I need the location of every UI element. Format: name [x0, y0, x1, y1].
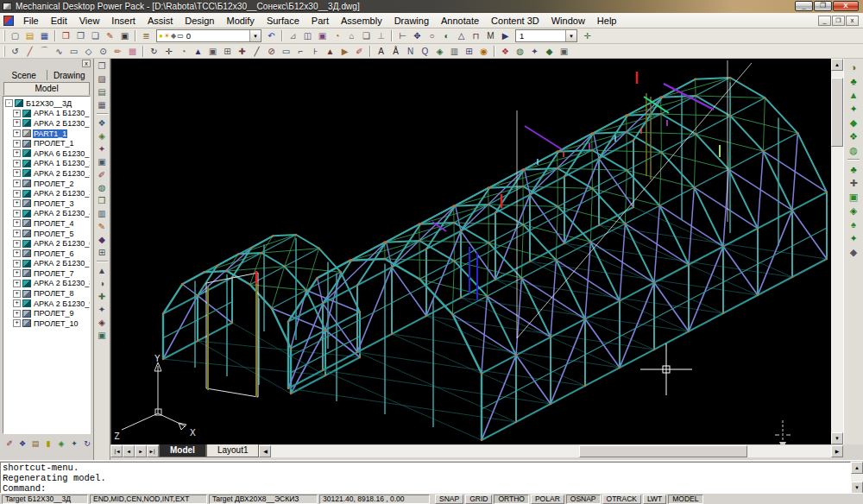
- toolbar-button-paste[interactable]: ❏: [88, 29, 103, 42]
- toolbar-button-trim[interactable]: ⊘: [264, 45, 279, 58]
- toolbar-button-move[interactable]: ✛: [161, 45, 176, 58]
- scroll-down-icon[interactable]: ▼: [831, 432, 843, 444]
- toolbar-button-tool[interactable]: Å: [388, 45, 403, 58]
- tree-item-label[interactable]: АРКА 2 Б1230_3: [33, 189, 91, 198]
- toolbar-button-tool[interactable]: ✏: [110, 45, 125, 58]
- side-tool-tool[interactable]: ✐: [95, 168, 110, 181]
- doc-close-button[interactable]: x: [846, 16, 859, 26]
- menu-view[interactable]: View: [73, 14, 106, 28]
- toolbar-button-plot[interactable]: ▣: [117, 29, 132, 42]
- tree-item[interactable]: +АРКА 2 Б1230_4: [13, 209, 90, 219]
- toolbar-button-tool[interactable]: ◆: [542, 45, 557, 58]
- menu-drawing[interactable]: Drawing: [388, 14, 435, 28]
- render-tool-tool[interactable]: ✦: [846, 102, 861, 116]
- toolbar-button-tool[interactable]: M: [483, 29, 498, 42]
- tree-expand-icon[interactable]: +: [13, 180, 21, 187]
- status-toggle-lwt[interactable]: LWT: [643, 495, 666, 504]
- status-toggle-polar[interactable]: POLAR: [531, 495, 564, 504]
- toolbar-button-new[interactable]: ▢: [8, 29, 22, 42]
- menu-assist[interactable]: Assist: [142, 14, 179, 28]
- tree-item-label[interactable]: ПРОЛЕТ_6: [33, 249, 75, 258]
- browser-tool-tool[interactable]: ▮: [42, 438, 54, 450]
- dimstyle-dropdown[interactable]: 1 ▼: [515, 29, 577, 42]
- tree-item[interactable]: +ПРОЛЕТ_4: [13, 218, 90, 229]
- toolbar-button-tool[interactable]: ⊞: [462, 45, 476, 58]
- tree-item-label[interactable]: АРКА 2 Б1230_1: [33, 119, 91, 128]
- toolbar-button-save[interactable]: ▦: [37, 29, 52, 42]
- tree-item-label[interactable]: ПРОЛЕТ_3: [33, 199, 75, 208]
- status-toggle-otrack[interactable]: OTRACK: [602, 495, 641, 504]
- tab-layout1[interactable]: Layout1: [206, 444, 260, 457]
- render-tool-tool[interactable]: ♣: [846, 74, 861, 88]
- side-tool-tool[interactable]: ▨: [95, 72, 110, 85]
- tree-item-label[interactable]: АРКА 2 Б1230_4: [33, 209, 91, 217]
- render-tool-tool[interactable]: ♣: [846, 162, 861, 176]
- toolbar-button-tool[interactable]: ○: [425, 29, 439, 42]
- side-tool-tool[interactable]: ✦: [95, 142, 110, 155]
- tree-item-label[interactable]: ПРОЛЕТ_7: [33, 269, 75, 278]
- scroll-right-icon[interactable]: ▶: [831, 445, 843, 457]
- toolbar-button-tool[interactable]: ▲: [191, 45, 205, 58]
- menu-help[interactable]: Help: [591, 14, 623, 28]
- prev-tab-button[interactable]: ◀: [123, 445, 135, 457]
- toolbar-button-tool[interactable]: ▣: [315, 29, 330, 42]
- menu-assembly[interactable]: Assembly: [335, 14, 388, 28]
- render-tool-tool[interactable]: ◍: [846, 143, 861, 157]
- menu-content-3d[interactable]: Content 3D: [485, 14, 545, 28]
- tree-item-label[interactable]: ПРОЛЕТ_10: [33, 319, 79, 328]
- tab-scene[interactable]: Scene: [2, 70, 47, 81]
- toolbar-button-spline[interactable]: ∿: [52, 45, 66, 58]
- browser-tool-tool[interactable]: ↻: [81, 438, 93, 450]
- side-tool-tool[interactable]: ❒: [95, 194, 110, 207]
- command-scrollbar[interactable]: ▲ ▼: [851, 462, 863, 494]
- tree-expand-icon[interactable]: +: [13, 240, 21, 248]
- status-toggle-snap[interactable]: SNAP: [435, 495, 463, 504]
- side-tool-tool[interactable]: ✚: [95, 290, 110, 303]
- tree-expand-icon[interactable]: +: [13, 290, 21, 298]
- tree-item[interactable]: +АРКА 2 Б1230_6: [13, 238, 90, 249]
- toolbar-button-rotate[interactable]: ↻: [147, 45, 161, 58]
- toolbar-button-tool[interactable]: ⊿: [286, 29, 300, 42]
- tree-item-label[interactable]: АРКА 2 Б1230_7: [33, 259, 91, 268]
- side-tool-tool[interactable]: ◈: [95, 316, 110, 329]
- tree-expand-icon[interactable]: +: [13, 299, 21, 307]
- render-tool-tool[interactable]: ◆: [846, 245, 861, 259]
- close-button[interactable]: X: [833, 1, 859, 11]
- tree-expand-icon[interactable]: +: [13, 149, 21, 157]
- toolbar-button-hatch[interactable]: ▩: [125, 45, 140, 58]
- render-tool-tool[interactable]: ◈: [846, 204, 861, 217]
- tree-expand-icon[interactable]: +: [13, 319, 21, 327]
- toolbar-button-zoom[interactable]: Q: [418, 45, 432, 58]
- tree-item[interactable]: +АРКА 2 Б1230_7: [13, 259, 90, 269]
- side-tool-tool[interactable]: ◑: [95, 277, 110, 290]
- render-tool-tool[interactable]: ◆: [846, 116, 861, 129]
- tree-item-label[interactable]: ПРОЛЕТ_8: [33, 289, 75, 298]
- side-tool-tool[interactable]: ◆: [95, 233, 110, 246]
- tree-expand-icon[interactable]: +: [13, 310, 21, 318]
- tree-expand-icon[interactable]: +: [13, 160, 21, 167]
- side-tool-tool[interactable]: ▣: [95, 329, 110, 342]
- toolbar-button-tool[interactable]: ◉: [476, 45, 491, 58]
- render-tool-tool[interactable]: ✦: [846, 231, 861, 245]
- tree-item-label[interactable]: АРКА 1 Б1230_2: [33, 159, 91, 167]
- status-toggle-model[interactable]: MODEL: [668, 495, 702, 504]
- tree-item[interactable]: +ПРОЛЕТ_9: [13, 308, 90, 318]
- toolbar-button-tool[interactable]: ✦: [527, 45, 542, 58]
- side-tool-tool[interactable]: ▣: [95, 155, 110, 168]
- toolbar-button-open[interactable]: ▤: [22, 29, 37, 42]
- tree-item-label[interactable]: ПРОЛЕТ_1: [33, 139, 75, 148]
- side-tool-tool[interactable]: ✦: [95, 303, 110, 316]
- tab-model-browser[interactable]: Model: [3, 82, 90, 95]
- toolbar-grip[interactable]: [3, 46, 6, 57]
- toolbar-button-array[interactable]: ⊞: [220, 45, 235, 58]
- tree-item[interactable]: +ПРОЛЕТ_10: [13, 318, 90, 329]
- toolbar-button-tool[interactable]: ▭: [279, 45, 293, 58]
- browser-tool-tool[interactable]: ▤: [29, 438, 41, 450]
- vertical-scrollbar[interactable]: ▲ ▼: [831, 59, 843, 444]
- tree-item-label[interactable]: PART1_1: [33, 129, 67, 138]
- side-tool-tool[interactable]: ❖: [95, 117, 110, 129]
- side-tool-tool[interactable]: ▦: [95, 98, 110, 111]
- toolbar-button-tool[interactable]: ◈: [432, 45, 447, 58]
- toolbar-button-tool[interactable]: ⌐: [293, 45, 308, 58]
- toolbar-button-tool[interactable]: ▲: [323, 45, 337, 58]
